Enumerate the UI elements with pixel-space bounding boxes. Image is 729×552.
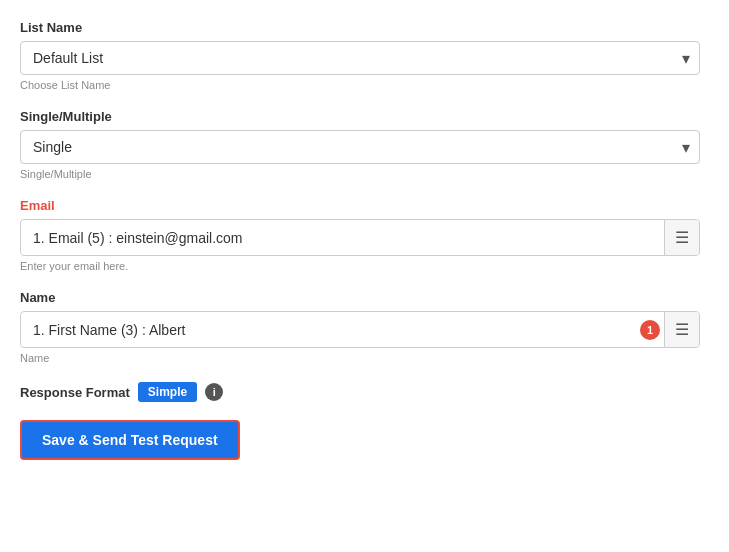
name-badge: 1	[640, 320, 660, 340]
email-menu-icon[interactable]: ☰	[664, 220, 699, 255]
save-send-test-request-button[interactable]: Save & Send Test Request	[20, 420, 240, 460]
name-label: Name	[20, 290, 709, 305]
name-group: Name 1 ☰ Name	[20, 290, 709, 364]
info-icon[interactable]: i	[205, 383, 223, 401]
response-format-label: Response Format	[20, 385, 130, 400]
name-input-row: 1 ☰	[20, 311, 700, 348]
single-multiple-hint: Single/Multiple	[20, 168, 709, 180]
name-field[interactable]	[21, 314, 640, 346]
list-name-label: List Name	[20, 20, 709, 35]
list-name-group: List Name Default List ▾ Choose List Nam…	[20, 20, 709, 91]
email-label: Email	[20, 198, 709, 213]
list-name-select[interactable]: Default List	[20, 41, 700, 75]
name-menu-icon[interactable]: ☰	[664, 312, 699, 347]
email-hint: Enter your email here.	[20, 260, 709, 272]
response-format-badge: Simple	[138, 382, 197, 402]
single-multiple-group: Single/Multiple Single ▾ Single/Multiple	[20, 109, 709, 180]
single-multiple-select[interactable]: Single	[20, 130, 700, 164]
name-hint: Name	[20, 352, 709, 364]
single-multiple-label: Single/Multiple	[20, 109, 709, 124]
list-name-select-wrapper: Default List ▾	[20, 41, 700, 75]
email-input-row: ☰	[20, 219, 700, 256]
single-multiple-select-wrapper: Single ▾	[20, 130, 700, 164]
email-group: Email ☰ Enter your email here.	[20, 198, 709, 272]
list-name-hint: Choose List Name	[20, 79, 709, 91]
save-button-wrapper: Save & Send Test Request	[20, 420, 709, 460]
email-field[interactable]	[21, 222, 664, 254]
response-format-group: Response Format Simple i	[20, 382, 709, 402]
